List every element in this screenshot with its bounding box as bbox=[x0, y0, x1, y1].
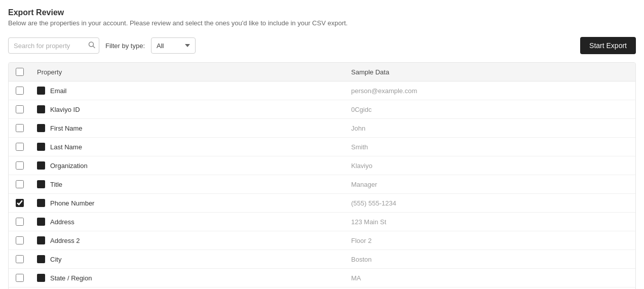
row-sample-cell: Manager bbox=[345, 175, 635, 194]
row-sample-cell: 0Cgidc bbox=[345, 100, 635, 119]
property-type-icon bbox=[37, 143, 45, 151]
filter-label: Filter by type: bbox=[105, 42, 145, 50]
row-checkbox-cell bbox=[9, 138, 31, 156]
row-checkbox-cell bbox=[9, 156, 31, 175]
property-name: Last Name bbox=[50, 143, 82, 151]
row-checkbox[interactable] bbox=[16, 87, 24, 95]
row-sample-cell: Klaviyo bbox=[345, 156, 635, 175]
properties-table: Property Sample Data Emailperson@example… bbox=[9, 63, 635, 289]
table-row: Klaviyo ID0Cgidc bbox=[9, 100, 635, 119]
row-checkbox[interactable] bbox=[16, 161, 24, 170]
row-property-cell: City bbox=[31, 250, 345, 269]
row-property-cell: Organization bbox=[31, 156, 345, 175]
search-wrapper bbox=[8, 37, 99, 54]
row-checkbox[interactable] bbox=[16, 124, 24, 132]
property-name: Address bbox=[50, 218, 74, 226]
property-type-icon bbox=[37, 236, 45, 244]
row-sample-cell: (555) 555-1234 bbox=[345, 194, 635, 213]
table-row: First NameJohn bbox=[9, 119, 635, 138]
row-checkbox[interactable] bbox=[16, 274, 24, 282]
table-header-row: Property Sample Data bbox=[9, 63, 635, 81]
row-property-cell: Title bbox=[31, 175, 345, 194]
page-subtitle: Below are the properties in your account… bbox=[8, 19, 636, 27]
row-checkbox-cell bbox=[9, 213, 31, 231]
table-row: Address123 Main St bbox=[9, 213, 635, 231]
row-checkbox-cell bbox=[9, 269, 31, 287]
table-row: CountryUSA bbox=[9, 287, 635, 290]
row-sample-cell: person@example.com bbox=[345, 81, 635, 100]
table-row: Emailperson@example.com bbox=[9, 81, 635, 100]
table-row: State / RegionMA bbox=[9, 269, 635, 287]
property-name: Email bbox=[50, 87, 67, 95]
row-checkbox[interactable] bbox=[16, 218, 24, 226]
start-export-button[interactable]: Start Export bbox=[580, 37, 636, 54]
property-type-icon bbox=[37, 274, 45, 282]
row-sample-cell: Floor 2 bbox=[345, 231, 635, 250]
col-header-property: Property bbox=[31, 63, 345, 81]
table-row: OrganizationKlaviyo bbox=[9, 156, 635, 175]
property-type-icon bbox=[37, 180, 45, 188]
property-type-icon bbox=[37, 199, 45, 207]
page-title: Export Review bbox=[8, 8, 636, 17]
row-property-cell: State / Region bbox=[31, 269, 345, 287]
property-name: State / Region bbox=[50, 274, 92, 282]
property-type-icon bbox=[37, 124, 45, 132]
row-checkbox[interactable] bbox=[16, 255, 24, 263]
row-checkbox-cell bbox=[9, 100, 31, 119]
row-property-cell: Address bbox=[31, 213, 345, 231]
table-row: TitleManager bbox=[9, 175, 635, 194]
row-sample-cell: Boston bbox=[345, 250, 635, 269]
row-sample-cell: Smith bbox=[345, 138, 635, 156]
row-property-cell: Country bbox=[31, 287, 345, 290]
property-type-icon bbox=[37, 255, 45, 263]
row-checkbox[interactable] bbox=[16, 105, 24, 113]
row-checkbox-cell bbox=[9, 250, 31, 269]
property-name: Organization bbox=[50, 162, 88, 170]
row-checkbox-cell bbox=[9, 194, 31, 213]
table-row: CityBoston bbox=[9, 250, 635, 269]
row-property-cell: Klaviyo ID bbox=[31, 100, 345, 119]
property-name: Phone Number bbox=[50, 199, 94, 207]
col-header-sample: Sample Data bbox=[345, 63, 635, 81]
row-property-cell: Email bbox=[31, 81, 345, 100]
row-property-cell: Address 2 bbox=[31, 231, 345, 250]
row-checkbox-cell bbox=[9, 119, 31, 138]
property-name: Title bbox=[50, 181, 62, 188]
col-header-checkbox bbox=[9, 63, 31, 81]
row-property-cell: Phone Number bbox=[31, 194, 345, 213]
filter-type-select[interactable]: AllStringNumberBooleanDate bbox=[151, 37, 196, 54]
table-body: Emailperson@example.comKlaviyo ID0CgidcF… bbox=[9, 81, 635, 290]
row-checkbox[interactable] bbox=[16, 199, 24, 207]
property-type-icon bbox=[37, 105, 45, 113]
select-all-checkbox[interactable] bbox=[16, 68, 24, 76]
row-checkbox-cell bbox=[9, 175, 31, 194]
property-type-icon bbox=[37, 218, 45, 226]
property-type-icon bbox=[37, 161, 45, 170]
row-checkbox[interactable] bbox=[16, 236, 24, 244]
property-type-icon bbox=[37, 87, 45, 95]
row-checkbox[interactable] bbox=[16, 180, 24, 188]
row-sample-cell: 123 Main St bbox=[345, 213, 635, 231]
property-name: Address 2 bbox=[50, 237, 80, 244]
row-checkbox-cell bbox=[9, 81, 31, 100]
property-name: City bbox=[50, 256, 61, 263]
row-sample-cell: USA bbox=[345, 287, 635, 290]
properties-table-container: Property Sample Data Emailperson@example… bbox=[8, 62, 636, 289]
table-row: Phone Number(555) 555-1234 bbox=[9, 194, 635, 213]
row-sample-cell: MA bbox=[345, 269, 635, 287]
row-sample-cell: John bbox=[345, 119, 635, 138]
search-input[interactable] bbox=[8, 37, 99, 54]
toolbar: Filter by type: AllStringNumberBooleanDa… bbox=[8, 37, 636, 54]
row-checkbox-cell bbox=[9, 287, 31, 290]
row-checkbox-cell bbox=[9, 231, 31, 250]
row-property-cell: First Name bbox=[31, 119, 345, 138]
table-row: Last NameSmith bbox=[9, 138, 635, 156]
row-checkbox[interactable] bbox=[16, 143, 24, 151]
page-container: Export Review Below are the properties i… bbox=[0, 0, 644, 289]
table-row: Address 2Floor 2 bbox=[9, 231, 635, 250]
row-property-cell: Last Name bbox=[31, 138, 345, 156]
property-name: Klaviyo ID bbox=[50, 106, 80, 113]
property-name: First Name bbox=[50, 125, 83, 132]
